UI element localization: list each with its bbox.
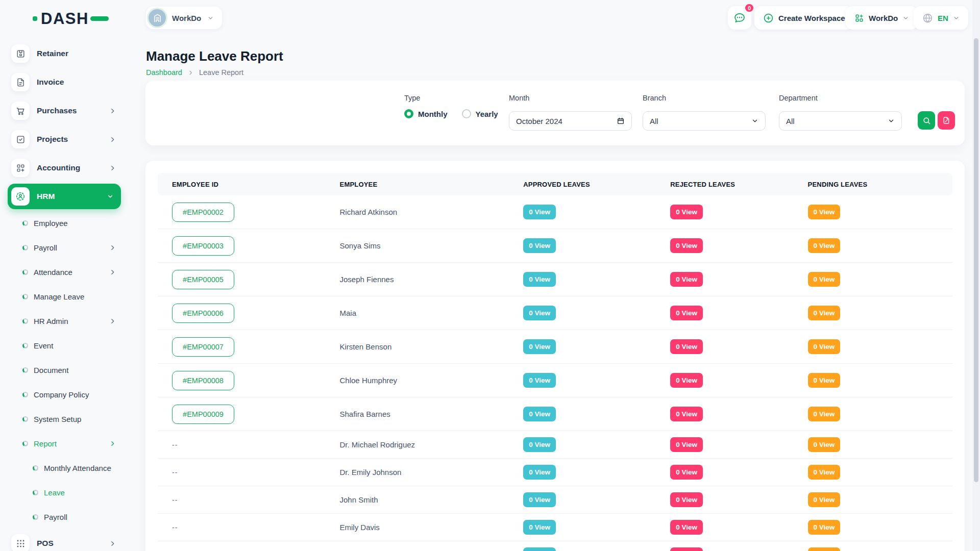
sidebar-item-hrm[interactable]: HRM (8, 184, 121, 209)
table-row: #EMP00006Maia0 View0 View0 View (158, 296, 952, 330)
radio-yearly[interactable]: Yearly (462, 109, 498, 118)
pending-leaves-badge[interactable]: 0 View (808, 339, 841, 354)
sidebar-item-company-policy[interactable]: Company Policy (0, 382, 133, 407)
branch-select[interactable]: All (643, 111, 766, 131)
pending-leaves-badge[interactable]: 0 View (808, 373, 841, 388)
rejected-leaves-badge[interactable]: 0 View (670, 373, 703, 388)
pending-leaves-badge[interactable]: 0 View (808, 306, 841, 320)
rejected-leaves-badge[interactable]: 0 View (670, 492, 703, 507)
sidebar-item-accounting[interactable]: Accounting (0, 154, 133, 182)
approved-leaves-badge[interactable]: 0 View (523, 437, 556, 452)
employee-id-button[interactable]: #EMP00005 (172, 270, 234, 289)
approved-leaves-badge[interactable]: 0 View (523, 492, 556, 507)
month-input[interactable]: October 2024 (509, 111, 632, 131)
rejected-leaves-badge[interactable]: 0 View (670, 238, 703, 253)
column-header-employee-id: EMPLOYEE ID (158, 181, 326, 188)
sidebar-item-system-setup[interactable]: System Setup (0, 407, 133, 431)
sidebar-item-report[interactable]: Report (0, 431, 133, 456)
department-label: Department (779, 94, 818, 102)
employee-name: Kirsten Benson (340, 342, 392, 351)
pending-leaves-badge[interactable]: 0 View (808, 520, 841, 535)
approved-leaves-badge[interactable]: 0 View (523, 407, 556, 421)
create-workspace-label: Create Workspace (778, 14, 845, 22)
search-button[interactable] (918, 111, 935, 130)
workspace-menu-button[interactable]: WorkDo (846, 6, 918, 30)
chevron-down-icon (751, 117, 758, 124)
approved-leaves-badge[interactable]: 0 View (523, 339, 556, 354)
save-icon (11, 44, 30, 63)
export-button[interactable] (938, 111, 955, 130)
department-select[interactable]: All (779, 111, 902, 131)
rejected-leaves-badge[interactable]: 0 View (670, 205, 703, 219)
pending-leaves-badge[interactable]: 0 View (808, 437, 841, 452)
rejected-leaves-badge[interactable]: 0 View (670, 547, 703, 551)
pending-leaves-badge[interactable]: 0 View (808, 272, 841, 287)
rejected-leaves-badge[interactable]: 0 View (670, 407, 703, 421)
sidebar-item-document[interactable]: Document (0, 358, 133, 382)
sidebar-item-monthly-attendance[interactable]: Monthly Attendance (0, 456, 133, 480)
pending-leaves-badge[interactable]: 0 View (808, 407, 841, 421)
sidebar-item-manage-leave[interactable]: Manage Leave (0, 284, 133, 309)
employee-id-button[interactable]: #EMP00008 (172, 371, 234, 390)
radio-icon (404, 109, 413, 118)
sidebar: RetainerInvoicePurchasesProjectsAccounti… (0, 39, 133, 551)
sidebar-item-projects[interactable]: Projects (0, 125, 133, 154)
language-menu-button[interactable]: EN (914, 6, 968, 30)
pending-leaves-badge[interactable]: 0 View (808, 238, 841, 253)
employee-id-button[interactable]: #EMP00003 (172, 236, 234, 256)
app-logo[interactable]: DASH (33, 11, 109, 27)
rejected-leaves-badge[interactable]: 0 View (670, 520, 703, 535)
create-workspace-button[interactable]: Create Workspace (754, 6, 854, 30)
rejected-leaves-badge[interactable]: 0 View (670, 465, 703, 480)
grid-plus-icon (11, 159, 30, 177)
pending-leaves-badge[interactable]: 0 View (808, 205, 841, 219)
sidebar-item-invoice[interactable]: Invoice (0, 68, 133, 96)
column-header-rejected-leaves: REJECTED LEAVES (656, 181, 793, 188)
workspace-switcher[interactable]: WorkDo (146, 7, 222, 29)
sidebar-item-event[interactable]: Event (0, 333, 133, 358)
department-filter: Department All (779, 94, 818, 102)
approved-leaves-badge[interactable]: 0 View (523, 306, 556, 320)
search-icon (922, 116, 931, 125)
column-header-employee: EMPLOYEE (326, 181, 509, 188)
approved-leaves-badge[interactable]: 0 View (523, 547, 556, 551)
scrollbar-track[interactable] (972, 0, 980, 551)
scrollbar-thumb[interactable] (974, 38, 978, 482)
approved-leaves-badge[interactable]: 0 View (523, 238, 556, 253)
bullet-icon (22, 318, 28, 324)
approved-leaves-badge[interactable]: 0 View (523, 465, 556, 480)
table-header-row: EMPLOYEE IDEMPLOYEEAPPROVED LEAVESREJECT… (158, 173, 952, 195)
breadcrumb-dashboard-link[interactable]: Dashboard (146, 68, 182, 77)
sidebar-item-retainer[interactable]: Retainer (0, 39, 133, 68)
employee-id-button[interactable]: #EMP00006 (172, 304, 234, 323)
sidebar-item-purchases[interactable]: Purchases (0, 96, 133, 125)
rejected-leaves-badge[interactable]: 0 View (670, 339, 703, 354)
approved-leaves-badge[interactable]: 0 View (523, 272, 556, 287)
employee-id-button[interactable]: #EMP00009 (172, 405, 234, 424)
radio-monthly[interactable]: Monthly (404, 109, 448, 118)
pending-leaves-badge[interactable]: 0 View (808, 492, 841, 507)
pending-leaves-badge[interactable]: 0 View (808, 547, 841, 551)
sidebar-item-payroll[interactable]: Payroll (0, 235, 133, 260)
employee-name: Dr. Michael Rodriguez (340, 440, 415, 449)
chevron-down-icon (207, 15, 214, 21)
approved-leaves-badge[interactable]: 0 View (523, 373, 556, 388)
sidebar-item-pos[interactable]: POS (0, 529, 133, 551)
table-row: #EMP00003Sonya Sims0 View0 View0 View (158, 229, 952, 263)
employee-id-button[interactable]: #EMP00007 (172, 337, 234, 357)
sidebar-item-hr-admin[interactable]: HR Admin (0, 309, 133, 333)
rejected-leaves-badge[interactable]: 0 View (670, 306, 703, 320)
chevron-right-icon (109, 440, 116, 447)
approved-leaves-badge[interactable]: 0 View (523, 520, 556, 535)
rejected-leaves-badge[interactable]: 0 View (670, 272, 703, 287)
sidebar-item-attendance[interactable]: Attendance (0, 260, 133, 284)
messages-button[interactable]: 0 (728, 6, 751, 30)
sidebar-item-employee[interactable]: Employee (0, 211, 133, 235)
bullet-icon (22, 392, 28, 397)
sidebar-item-leave[interactable]: Leave (0, 480, 133, 505)
rejected-leaves-badge[interactable]: 0 View (670, 437, 703, 452)
employee-id-button[interactable]: #EMP00002 (172, 203, 234, 222)
pending-leaves-badge[interactable]: 0 View (808, 465, 841, 480)
sidebar-item-payroll[interactable]: Payroll (0, 505, 133, 529)
approved-leaves-badge[interactable]: 0 View (523, 205, 556, 219)
